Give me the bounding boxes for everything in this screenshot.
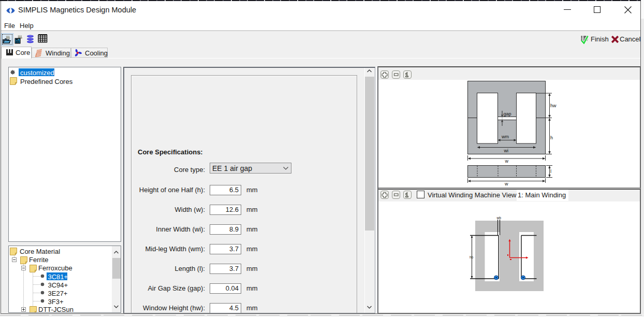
svg-text:hw: hw [550, 103, 557, 108]
svg-text:w: w [505, 159, 509, 164]
svg-text:gap: gap [504, 111, 511, 117]
svg-text:hb: hb [470, 255, 474, 259]
svg-text:wm: wm [501, 134, 509, 139]
svg-text:wi: wi [504, 148, 509, 153]
svg-text:wb: wb [496, 216, 502, 220]
svg-text:h: h [550, 135, 553, 140]
svg-text:w: w [504, 181, 508, 186]
svg-text:l: l [550, 169, 551, 174]
